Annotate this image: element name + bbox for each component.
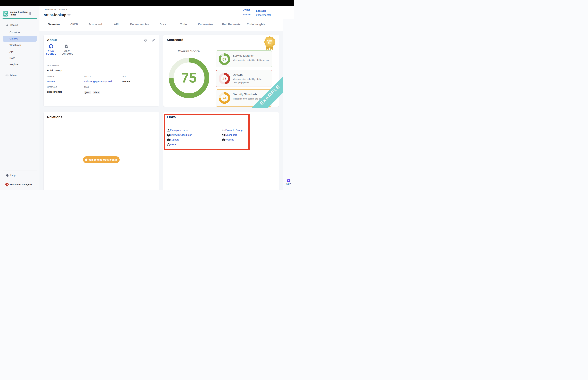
svg-text:?: ? xyxy=(6,174,7,176)
